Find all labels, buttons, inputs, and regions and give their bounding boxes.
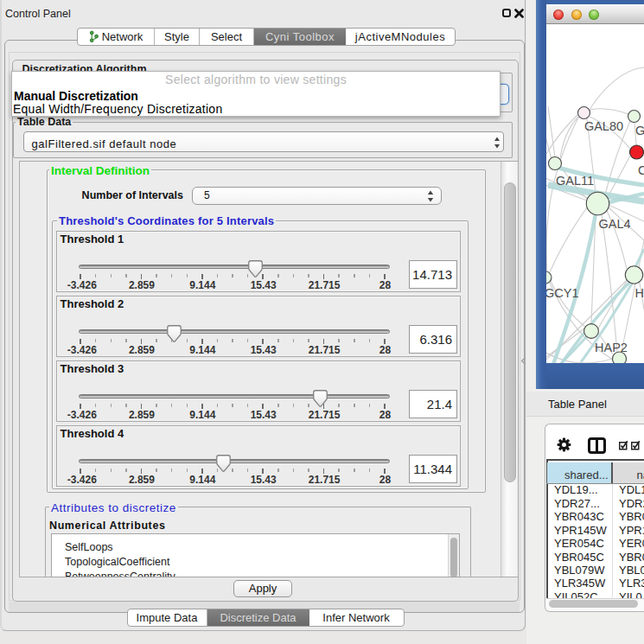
svg-text:GAL4: GAL4: [598, 217, 630, 231]
svg-text:H: H: [635, 286, 644, 300]
svg-text:HAP2: HAP2: [595, 341, 628, 354]
svg-text:C: C: [638, 163, 644, 177]
svg-text:GAL11: GAL11: [556, 174, 594, 188]
svg-text:GAL80: GAL80: [584, 119, 623, 133]
svg-text:GA: GA: [635, 124, 644, 137]
svg-text:GCY1: GCY1: [546, 286, 579, 300]
